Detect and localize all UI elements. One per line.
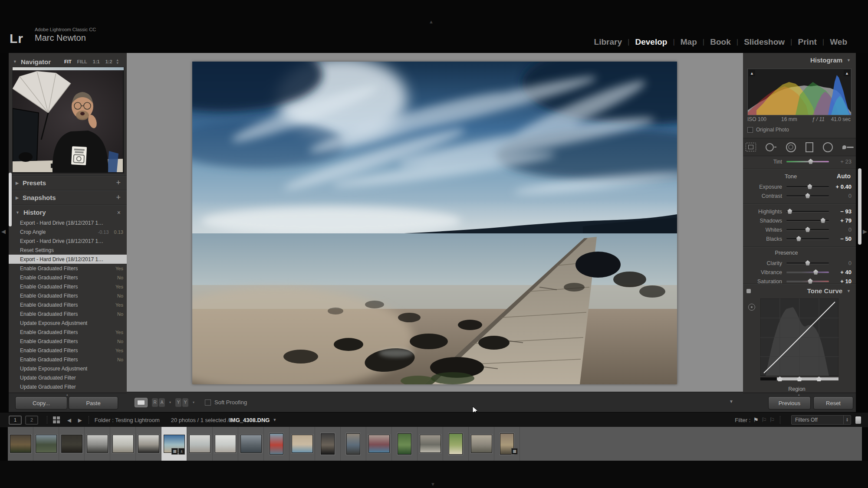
slider-handle[interactable] xyxy=(808,278,813,284)
crop-tool-icon[interactable] xyxy=(746,143,756,151)
radial-filter-tool-icon[interactable] xyxy=(823,142,833,152)
filmstrip-thumbnail[interactable] xyxy=(238,427,264,461)
slider-handle[interactable] xyxy=(807,184,812,189)
slider-vibrance[interactable]: Vibrance+ 40 xyxy=(743,268,856,277)
slider-shadows[interactable]: Shadows+ 79 xyxy=(743,216,856,225)
slider-track[interactable] xyxy=(786,238,829,239)
reference-view-button[interactable]: R A xyxy=(152,398,165,407)
filter-preset-select[interactable]: Filters Off ▲▼ xyxy=(791,415,851,425)
slider-handle[interactable] xyxy=(808,159,813,164)
add-preset-button[interactable]: + xyxy=(116,178,121,187)
slider-handle[interactable] xyxy=(805,260,810,265)
filmstrip-thumbnail[interactable]: ▦ xyxy=(494,427,520,461)
filmstrip-thumbnail[interactable] xyxy=(8,427,33,461)
filmstrip-thumbnail[interactable] xyxy=(59,427,85,461)
shadow-clipping-icon[interactable]: ▲ xyxy=(749,70,755,76)
module-slideshow[interactable]: Slideshow xyxy=(744,37,785,47)
histogram-header[interactable]: Histogram ▼ xyxy=(743,56,851,64)
go-forward-icon[interactable]: ► xyxy=(77,416,83,424)
filmstrip-thumbnail[interactable] xyxy=(443,427,469,461)
navigator-header[interactable]: ▼ Navigator FITFILL1:11:2 ▲▼ xyxy=(13,56,122,67)
soft-proofing-checkbox[interactable] xyxy=(205,400,211,406)
panel-switch-icon[interactable] xyxy=(746,289,751,293)
spot-removal-tool-icon[interactable] xyxy=(766,143,776,151)
history-item[interactable]: Update Graduated Filter xyxy=(9,382,127,391)
filmstrip-thumbnail[interactable] xyxy=(110,427,136,461)
history-item[interactable]: Enable Graduated FiltersYes xyxy=(9,346,127,355)
grid-view-icon[interactable] xyxy=(53,416,60,423)
right-panel-scrollbar[interactable] xyxy=(858,168,861,245)
tone-curve-header[interactable]: Tone Curve ▼ xyxy=(743,287,851,295)
filter-spinner-icon[interactable]: ▲▼ xyxy=(843,416,851,424)
module-book[interactable]: Book xyxy=(710,37,731,47)
filmstrip-thumbnail[interactable]: ▦± xyxy=(161,427,187,461)
filmstrip-thumbnail[interactable] xyxy=(85,427,110,461)
slider-exposure[interactable]: Exposure+ 0.40 xyxy=(743,182,856,191)
filmstrip-thumbnail[interactable] xyxy=(341,427,366,461)
filmstrip-thumbnail[interactable] xyxy=(213,427,238,461)
slider-track[interactable] xyxy=(786,195,829,197)
history-item[interactable]: Update Exposure Adjustment xyxy=(9,318,127,328)
history-header[interactable]: ▼ History × xyxy=(9,205,127,219)
slider-track[interactable] xyxy=(786,211,829,212)
flag-pick-icon[interactable]: ⚑ xyxy=(753,416,759,423)
copy-button[interactable]: Copy... xyxy=(15,396,67,409)
history-item[interactable]: Export - Hard Drive (18/12/2017 13:12:..… xyxy=(9,218,127,227)
red-eye-tool-icon[interactable] xyxy=(786,142,796,152)
history-item[interactable]: Export - Hard Drive (18/12/2017 13:11:..… xyxy=(9,236,127,246)
add-snapshot-button[interactable]: + xyxy=(116,193,121,202)
filmstrip-thumbnail[interactable] xyxy=(315,427,341,461)
slider-tint[interactable]: Tint+ 23 xyxy=(743,157,856,166)
filter-toggle-switch[interactable] xyxy=(855,416,861,424)
history-item[interactable]: Reset Settings xyxy=(9,246,127,255)
history-item[interactable]: Enable Graduated FiltersNo xyxy=(9,355,127,364)
history-item[interactable]: Update Graduated Filter xyxy=(9,391,127,392)
secondary-window-button[interactable]: 2 xyxy=(25,416,38,425)
before-after-view-button[interactable]: Y Y xyxy=(175,398,188,407)
module-library[interactable]: Library xyxy=(594,37,622,47)
slider-blacks[interactable]: Blacks− 50 xyxy=(743,234,856,243)
reference-view-dropdown-icon[interactable]: ▾ xyxy=(169,400,171,404)
slider-handle[interactable] xyxy=(805,193,810,198)
slider-handle[interactable] xyxy=(787,209,792,214)
presets-header[interactable]: ▶ Presets + xyxy=(9,176,127,190)
before-after-dropdown-icon[interactable]: ▾ xyxy=(193,400,194,404)
slider-track[interactable] xyxy=(786,220,829,221)
slider-track[interactable] xyxy=(786,229,829,230)
slider-handle[interactable] xyxy=(805,227,810,232)
filmstrip-thumbnail[interactable] xyxy=(392,427,418,461)
history-item[interactable]: Enable Graduated FiltersNo xyxy=(9,309,127,318)
auto-button[interactable]: Auto xyxy=(837,173,851,180)
highlight-clipping-icon[interactable]: ▲ xyxy=(844,70,850,76)
nav-mode-1-2[interactable]: 1:2 xyxy=(105,59,112,64)
slider-contrast[interactable]: Contrast0 xyxy=(743,191,856,200)
slider-track[interactable] xyxy=(786,161,829,162)
histogram-display[interactable]: ▲ ▲ xyxy=(747,69,852,115)
history-item[interactable]: Enable Graduated FiltersNo xyxy=(9,273,127,282)
slider-clarity[interactable]: Clarity0 xyxy=(743,259,856,268)
selected-filename[interactable]: IMG_4308.DNG xyxy=(229,417,270,423)
left-panel-scrollbar[interactable] xyxy=(9,173,12,226)
nav-mode-fill[interactable]: FILL xyxy=(77,59,87,64)
slider-handle[interactable] xyxy=(813,269,819,275)
filmstrip-thumbnail[interactable] xyxy=(136,427,161,461)
slider-whites[interactable]: Whites0 xyxy=(743,225,856,234)
history-item[interactable]: Enable Graduated FiltersYes xyxy=(9,264,127,273)
module-develop[interactable]: Develop xyxy=(635,37,667,47)
selection-info[interactable]: 20 photos / 1 selected / xyxy=(171,417,229,423)
previous-button[interactable]: Previous xyxy=(768,396,811,409)
history-item[interactable]: Enable Graduated FiltersYes xyxy=(9,282,127,291)
zoom-level-spinner-icon[interactable]: ▲▼ xyxy=(116,59,119,65)
soft-proofing-control[interactable]: Soft Proofing xyxy=(205,399,247,406)
graduated-filter-tool-icon[interactable] xyxy=(806,142,813,152)
history-item[interactable]: Enable Graduated FiltersYes xyxy=(9,300,127,309)
adjustments-badge-icon[interactable]: ± xyxy=(178,448,185,455)
photo-canvas[interactable] xyxy=(192,62,677,384)
folder-breadcrumb[interactable]: Folder : Testing Lightroom xyxy=(95,417,160,423)
history-item[interactable]: Crop Angle-0.130.13 xyxy=(9,227,127,236)
targeted-adjustment-icon[interactable] xyxy=(748,304,755,311)
filmstrip-thumbnail[interactable] xyxy=(418,427,443,461)
filename-dropdown-icon[interactable]: ▼ xyxy=(273,418,276,422)
history-item[interactable]: Enable Graduated FiltersYes xyxy=(9,328,127,337)
filmstrip-thumbnail[interactable] xyxy=(289,427,315,461)
